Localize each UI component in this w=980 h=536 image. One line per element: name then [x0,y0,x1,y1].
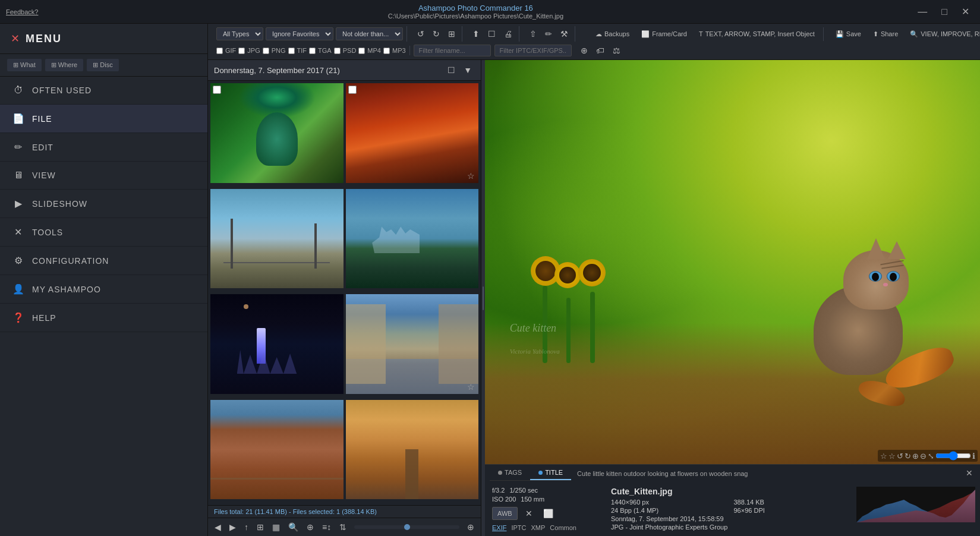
print-icon-button[interactable]: 🖨 [501,27,515,40]
scan-icon-button[interactable]: ⇧ [527,27,540,40]
mp4-filter[interactable]: MP4 [358,47,381,54]
rotate-right-preview-button[interactable]: ↻ [905,451,911,461]
nav-next-button[interactable]: ▶ [226,521,239,534]
sidebar-disc-button[interactable]: ⊞ Disc [87,59,118,71]
toolbar: All Types Ignore Favorites Not older tha… [208,24,980,60]
zoom-out-preview-button[interactable]: ⊖ [920,451,927,461]
share-icon-button[interactable]: ⬆ [469,27,483,40]
sidebar-item-often-used[interactable]: ⏱ OFTEN USED [0,77,207,105]
iptc-filter-input[interactable] [494,45,572,56]
view-improve-button[interactable]: 🔍 VIEW, IMPROVE, REPAIR PHOTO [905,29,980,40]
backups-button[interactable]: ☁ Backups [591,29,634,40]
brightness-slider[interactable] [935,451,971,461]
filter-type-select[interactable]: All Types [216,27,263,40]
frame-card-button[interactable]: ⬜ Frame/Card [636,29,692,40]
nav-sort2-button[interactable]: ⇅ [336,521,349,534]
filter-date-select[interactable]: Not older than... [336,27,403,40]
filter-favorites-select[interactable]: Ignore Favorites [266,27,333,40]
sidebar-item-edit[interactable]: ✏ EDIT [0,133,207,162]
photo-thumb[interactable]: ☆ [346,83,479,183]
common-tab[interactable]: Common [550,524,576,531]
text-tools-button[interactable]: T TEXT, ARROW, STAMP, Insert Object [694,29,820,39]
thumb-star[interactable]: ☆ [467,171,475,181]
save-button[interactable]: 💾 Save [831,29,866,40]
close-icon[interactable]: ✕ [11,32,20,45]
exif-tab[interactable]: EXIF [492,524,506,531]
search-button[interactable]: 🔍 [285,521,301,534]
maximize-button[interactable]: □ [937,5,952,18]
nav-grid-button[interactable]: ⊞ [254,521,267,534]
sidebar-item-configuration[interactable]: ⚙ CONFIGURATION [0,247,207,275]
filename-filter-input[interactable] [414,45,491,56]
tab-tags[interactable]: TAGS [490,466,530,480]
star1-button[interactable]: ☆ [880,451,887,461]
close-button[interactable]: ✕ [957,5,974,18]
close-info-button[interactable]: ✕ [963,466,975,480]
fullscreen-preview-button[interactable]: ⤡ [928,451,934,461]
tag-icon-button[interactable]: 🏷 [593,44,607,57]
photo-thumb[interactable] [346,189,479,289]
photo-thumb[interactable] [210,83,344,183]
preview-star-toolbar: ☆ ☆ ↺ ↻ ⊕ ⊖ ⤡ ℹ [878,450,978,462]
star2-button[interactable]: ☆ [888,451,896,461]
sidebar-item-tools[interactable]: ✕ TOOLS [0,218,207,247]
sidebar-item-view[interactable]: 🖥 VIEW [0,162,207,190]
thumb-checkbox[interactable] [348,86,357,94]
tif-filter[interactable]: TIF [288,47,307,54]
xmp-tab[interactable]: XMP [531,524,546,531]
mp3-filter[interactable]: MP3 [383,47,406,54]
iptc-tab[interactable]: IPTC [511,524,526,531]
rotate-left-preview-button[interactable]: ↺ [897,451,903,461]
tool2-icon-button[interactable]: ⚒ [557,27,571,40]
tools-icon: ✕ [12,226,25,238]
scan2-icon-button[interactable]: ⊕ [578,44,591,57]
info-preview-button[interactable]: ℹ [972,451,975,461]
copy-icon-button[interactable]: ☐ [485,27,499,40]
jpg-filter[interactable]: JPG [238,47,260,54]
configuration-icon: ⚙ [12,255,25,266]
histogram [856,487,975,522]
sidebar-search-row: ⊞ What ⊞ Where ⊞ Disc [0,54,207,77]
share-button[interactable]: ⬆ Share [868,29,903,40]
nav-up-button[interactable]: ↑ [241,521,251,534]
awb-button[interactable]: AWB [492,507,518,520]
nav-grid2-button[interactable]: ▦ [269,521,283,534]
feedback-link[interactable]: Feedback? [6,8,38,15]
thumb-checkbox[interactable] [213,86,221,94]
awb-remove-button[interactable]: ✕ [522,507,535,520]
photo-thumb[interactable]: ☆ [346,294,479,394]
tab-title[interactable]: TITLE [530,466,571,480]
edit2-icon-button[interactable]: ✏ [542,27,555,40]
sidebar-what-button[interactable]: ⊞ What [7,59,42,71]
expand-group-button[interactable]: ▼ [461,64,475,77]
photo-thumb[interactable] [210,189,344,289]
fullscreen-button[interactable]: ⊞ [445,27,458,40]
photo-thumb[interactable] [210,294,344,394]
sidebar-item-label: TOOLS [32,228,63,237]
rotate-right-button[interactable]: ↻ [430,27,443,40]
tga-filter[interactable]: TGA [309,47,332,54]
nav-zoom-button[interactable]: ⊕ [304,521,317,534]
zoom-in-preview-button[interactable]: ⊕ [912,451,919,461]
nav-extra-button[interactable]: ⊕ [464,521,477,534]
photo-thumb[interactable] [210,400,344,500]
thumb-star[interactable]: ☆ [467,382,475,392]
aspect-button[interactable]: ⬜ [540,507,556,520]
rotate-left-button[interactable]: ↺ [414,27,427,40]
nav-sort-button[interactable]: ≡↕ [319,521,334,534]
png-filter[interactable]: PNG [263,47,286,54]
nav-prev-button[interactable]: ◀ [212,521,224,534]
watermark-line1: Cute kitten [510,322,556,335]
gif-filter[interactable]: GIF [216,47,236,54]
app-path: C:\Users\Public\Pictures\Ashampoo Pictur… [388,12,563,20]
collapse-group-button[interactable]: ☐ [445,64,458,77]
sidebar-item-file[interactable]: 📄 FILE [0,105,207,133]
sidebar-item-slideshow[interactable]: ▶ SLIDESHOW [0,190,207,218]
sidebar-item-help[interactable]: ❓ HELP [0,304,207,332]
sidebar-item-my-ashampoo[interactable]: 👤 MY ASHAMPOO [0,275,207,304]
calib-icon-button[interactable]: ⚖ [610,44,623,57]
sidebar-where-button[interactable]: ⊞ Where [45,59,83,71]
photo-thumb[interactable] [346,400,479,500]
minimize-button[interactable]: — [913,5,932,18]
psd-filter[interactable]: PSD [334,47,357,54]
